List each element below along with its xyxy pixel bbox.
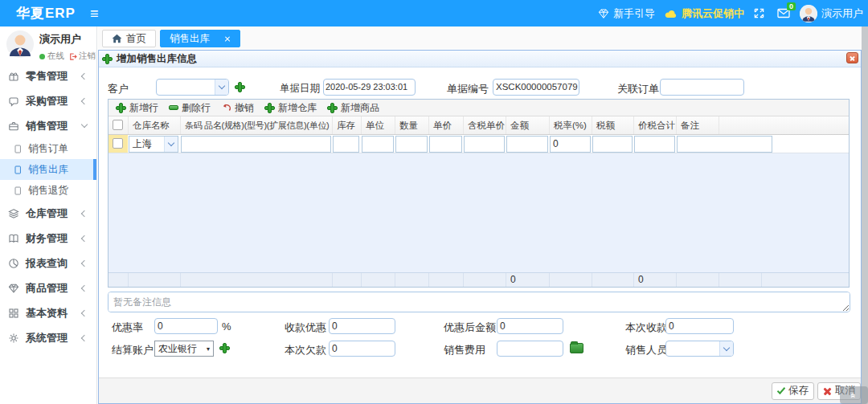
tax-amount-cell[interactable]	[592, 136, 633, 153]
select-all-checkbox[interactable]	[113, 120, 123, 130]
delete-row-button[interactable]: 删除行	[169, 101, 211, 115]
total-with-tax-cell[interactable]	[634, 136, 675, 153]
grid-icon	[8, 308, 19, 319]
customer-combobox[interactable]	[156, 79, 229, 96]
column-header: 库存	[332, 116, 361, 134]
sidebar-item-retail[interactable]: 零售管理	[0, 63, 96, 88]
after-discount-input[interactable]: 0	[497, 318, 563, 334]
finance-icon	[8, 233, 19, 244]
expense-label: 销售费用	[444, 343, 485, 357]
price-with-tax-input[interactable]	[464, 136, 505, 153]
add-icon	[102, 54, 113, 64]
settlement-account-select[interactable]: 农业银行▾	[154, 341, 214, 357]
add-product-button[interactable]: 新增商品	[327, 101, 379, 115]
remark-textarea[interactable]	[108, 292, 850, 312]
chevron-down-icon	[164, 137, 178, 152]
tab-close-icon[interactable]	[224, 35, 231, 42]
user-name: 演示用户	[39, 32, 96, 47]
sidebar-item-purchase[interactable]: 采购管理	[0, 88, 96, 113]
home-icon	[112, 34, 122, 43]
add-account-button[interactable]	[219, 343, 230, 353]
chevron-left-icon	[81, 97, 88, 104]
add-warehouse-button[interactable]: 新增仓库	[264, 101, 317, 115]
stock-cell[interactable]	[333, 136, 359, 153]
chevron-left-icon	[81, 334, 88, 341]
salesman-combobox[interactable]	[665, 341, 734, 357]
date-input[interactable]: 2020-05-29 23:03:01	[323, 79, 416, 96]
chevron-left-icon	[81, 284, 88, 291]
goods-icon	[8, 283, 19, 294]
logout-icon	[68, 52, 77, 61]
after-discount-label: 优惠后金额	[444, 320, 496, 335]
amount-cell[interactable]	[506, 136, 548, 153]
payment-discount-input[interactable]: 0	[329, 318, 395, 334]
add-row-button[interactable]: 新增行	[116, 101, 158, 115]
warehouse-icon	[8, 208, 19, 219]
discount-rate-input[interactable]: 0	[154, 318, 218, 334]
tab-home[interactable]: 首页	[102, 30, 156, 47]
sidebar-subitem-sales-order[interactable]: 销售订单	[0, 138, 96, 159]
date-label: 单据日期	[280, 82, 320, 96]
user-menu[interactable]: 演示用户	[800, 5, 863, 22]
row-checkbox[interactable]	[113, 138, 123, 149]
grid-row: 上海 0	[108, 135, 849, 153]
save-button[interactable]: 保存	[772, 382, 814, 400]
undo-button[interactable]: 撤销	[221, 101, 254, 115]
number-input[interactable]: XSCK00000057079	[493, 79, 579, 96]
chevron-down-icon[interactable]	[215, 80, 228, 95]
fullscreen-icon	[754, 8, 764, 18]
sidebar-item-system[interactable]: 系统管理	[0, 325, 96, 350]
amount-total: 0	[506, 273, 549, 287]
fullscreen-button[interactable]	[754, 8, 764, 18]
doc-icon	[13, 186, 23, 196]
sales-icon	[8, 120, 19, 132]
column-header: 价税合计	[633, 116, 676, 134]
unit-price-input[interactable]	[429, 136, 462, 153]
sidebar-item-report[interactable]: 报表查询	[0, 251, 96, 275]
sidebar-item-warehouse[interactable]: 仓库管理	[0, 201, 96, 226]
user-avatar	[6, 31, 34, 58]
back-to-top-button[interactable]: «	[840, 386, 868, 404]
tab-sales-outbound[interactable]: 销售出库	[160, 30, 240, 47]
dialog-header: 增加销售出库信息	[99, 51, 861, 67]
items-datagrid: 新增行 删除行 撤销 新增仓库 新增商品 仓库名称 条码 品名(规格)(型号)(…	[108, 99, 850, 288]
remark-input[interactable]	[677, 136, 772, 153]
mail-button[interactable]: 0	[777, 8, 790, 18]
folder-icon[interactable]	[570, 343, 583, 353]
retail-icon	[8, 71, 19, 82]
column-header: 仓库名称	[128, 116, 180, 134]
warehouse-select[interactable]: 上海	[129, 136, 178, 153]
sidebar: 演示用户 在线 注销 零售管理 采购管理 销售管理 销售订单	[0, 27, 97, 404]
sidebar-subitem-sales-return[interactable]: 销售退货	[0, 180, 96, 201]
salesman-label: 销售人员	[625, 343, 667, 357]
linked-order-input[interactable]	[660, 79, 744, 96]
dialog-close-button[interactable]	[846, 52, 858, 63]
add-customer-button[interactable]	[235, 82, 245, 92]
tab-bar: 首页 销售出库	[98, 27, 862, 48]
sidebar-item-basic-data[interactable]: 基本资料	[0, 300, 96, 325]
select-arrow-icon: ▾	[207, 345, 210, 353]
debt-input[interactable]: 0	[329, 341, 395, 357]
scrollbar[interactable]	[862, 27, 868, 404]
select-all-cell	[108, 116, 128, 134]
sidebar-item-sales[interactable]: 销售管理	[0, 113, 96, 138]
receipt-input[interactable]: 0	[665, 318, 734, 334]
expense-input[interactable]	[497, 341, 563, 357]
top-navbar: 华夏ERP ≡ 新手引导 腾讯云促销中 0 演示用户	[0, 0, 868, 27]
promo-link[interactable]: 腾讯云促销中	[665, 6, 744, 21]
unit-cell[interactable]	[362, 136, 394, 153]
chevron-down-icon[interactable]	[719, 341, 733, 356]
tax-rate-input[interactable]: 0	[550, 136, 591, 153]
chevron-down-icon	[81, 121, 88, 128]
sidebar-subitem-sales-outbound[interactable]: 销售出库	[0, 159, 96, 180]
column-header: 含税单价	[463, 116, 506, 134]
menu-toggle-icon[interactable]: ≡	[90, 6, 99, 21]
sidebar-user-block: 演示用户 在线 注销	[0, 27, 96, 63]
sidebar-item-goods[interactable]: 商品管理	[0, 275, 96, 300]
barcode-product-input[interactable]	[181, 136, 331, 153]
column-header: 税率(%)	[549, 116, 592, 134]
logout-link[interactable]: 注销	[79, 51, 96, 62]
quantity-input[interactable]	[395, 136, 428, 153]
guide-link[interactable]: 新手引导	[598, 6, 655, 21]
sidebar-item-finance[interactable]: 财务管理	[0, 226, 96, 251]
